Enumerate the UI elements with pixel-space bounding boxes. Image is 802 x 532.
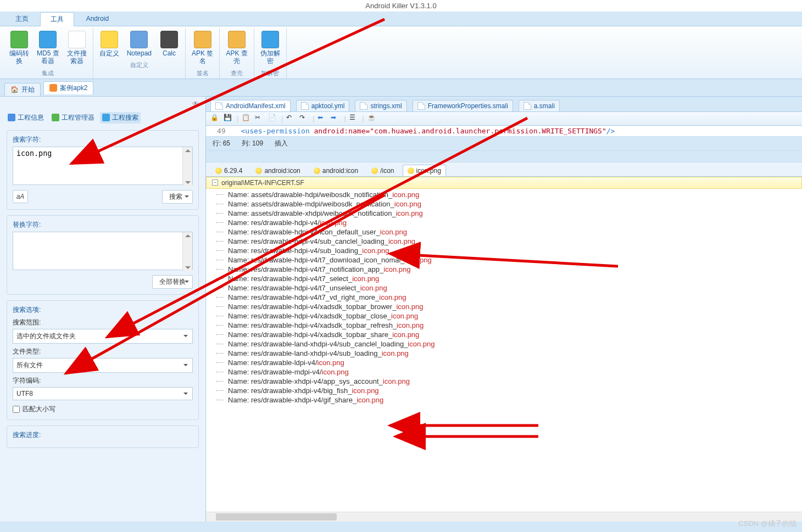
ribbon-button[interactable]: Notepad [124, 29, 155, 59]
home-icon: 🏠 [10, 86, 19, 93]
ribbon-icon [194, 31, 211, 48]
undo-icon[interactable]: ↶ [286, 114, 296, 124]
result-row[interactable]: Name: res/drawable-hdpi-v4/xadsdk_topbar… [206, 330, 802, 339]
result-row[interactable]: Name: res/drawable-xhdpi-v4/big_fish_ico… [206, 386, 802, 395]
list-icon[interactable]: ☰ [349, 114, 359, 124]
result-tab[interactable]: android:icon [250, 165, 305, 176]
result-tab[interactable]: /icon [366, 165, 399, 176]
match-case-input[interactable] [13, 406, 20, 413]
result-row[interactable]: Name: res/drawable-hdpi-v4/t7_notificati… [206, 265, 802, 274]
result-row[interactable]: Name: assets/drawable-mdpi/weibosdk_noti… [206, 199, 802, 209]
ribbon-button[interactable]: APK 查 壳 [222, 29, 250, 68]
horizontal-scrollbar[interactable] [206, 512, 802, 522]
manager-icon [52, 114, 59, 121]
result-row[interactable]: Name: res/drawable-ldpi-v4/icon.png [206, 358, 802, 367]
ribbon: 编码转 换MD5 查 看器文件搜 索器 集成 自定义NotepadCalc 自定… [0, 26, 802, 79]
file-icon [523, 102, 531, 110]
tab-project-manager[interactable]: 工程管理器 [49, 112, 97, 124]
paste-icon[interactable]: 📄 [268, 114, 278, 124]
workspace-tabs: 🏠开始 案例apk2 [0, 79, 802, 97]
result-row[interactable]: Name: res/drawable-hdpi-v4/sub_loading_i… [206, 246, 802, 255]
ribbon-label: APK 查 壳 [226, 49, 247, 65]
redo-icon[interactable]: ↷ [299, 114, 309, 124]
result-highlight: icon.png [352, 387, 378, 395]
result-row[interactable]: Name: assets/drawable-xhdpi/weibosdk_not… [206, 209, 802, 218]
ribbon-button[interactable]: APK 签 名 [188, 29, 216, 68]
ribbon-button[interactable]: 伪加解 密 [257, 29, 283, 68]
file-icon [215, 102, 223, 110]
scroll-thumb[interactable] [216, 513, 337, 520]
file-tab-label: strings.xml [370, 102, 402, 110]
result-row[interactable]: Name: res/drawable-hdpi-v4/t7_unselect_i… [206, 283, 802, 293]
forward-arrow-icon[interactable]: ➡ [331, 114, 341, 124]
copy-icon[interactable]: 📋 [242, 114, 252, 124]
encoding-label: 字符编码: [13, 376, 193, 385]
ribbon-button[interactable]: 编码转 换 [6, 29, 32, 68]
result-row[interactable]: Name: res/drawable-hdpi-v4/xadsdk_topbar… [206, 311, 802, 321]
encoding-select[interactable]: UTF8 [13, 387, 193, 400]
ribbon-button[interactable]: 自定义 [96, 29, 122, 59]
result-header[interactable]: − original\META-INF\CERT.SF [206, 177, 802, 189]
tab-project-info[interactable]: 工程信息 [5, 112, 46, 124]
save-icon[interactable]: 💾 [224, 114, 233, 124]
result-row[interactable]: Name: res/drawable-mdpi-v4/icon.png [206, 367, 802, 377]
search-input[interactable] [13, 147, 193, 185]
scope-select[interactable]: 选中的文件或文件夹 [13, 329, 193, 344]
cut-icon[interactable]: ✂ [255, 114, 265, 124]
ribbon-button[interactable]: Calc [156, 29, 182, 59]
file-tab[interactable]: strings.xml [355, 100, 406, 111]
filetype-select[interactable]: 所有文件 [13, 358, 193, 373]
result-row[interactable]: Name: res/drawable-hdpi-v4/sub_canclel_l… [206, 237, 802, 246]
search-options-label: 搜索选项: [13, 305, 193, 315]
file-icon [360, 102, 367, 110]
file-tab[interactable]: FrameworkProperties.smali [413, 100, 513, 111]
back-arrow-icon[interactable]: ⬅ [318, 114, 327, 124]
lock-icon[interactable]: 🔒 [210, 114, 220, 124]
file-tab-label: apktool.yml [311, 102, 345, 110]
result-row[interactable]: Name: res/drawable-hdpi-v4/t7_download_i… [206, 255, 802, 265]
file-tab[interactable]: AndroidManifest.xml [210, 100, 291, 111]
result-row[interactable]: Name: res/drawable-hdpi-v4/t7_select_ico… [206, 274, 802, 283]
result-row[interactable]: Name: res/drawable-land-xhdpi-v4/sub_loa… [206, 349, 802, 358]
font-case-button[interactable]: aA [13, 190, 28, 203]
replace-input[interactable] [13, 232, 193, 270]
menu-tools[interactable]: 工具 [40, 12, 74, 26]
code-value: "com.huawei.android.launcher.permission.… [370, 127, 606, 135]
file-tab[interactable]: a.smali [519, 100, 560, 111]
menu-home[interactable]: 主页 [5, 12, 38, 25]
result-tab[interactable]: icon.png [403, 165, 446, 176]
scrollbar-icon[interactable] [182, 232, 192, 271]
result-row[interactable]: Name: res/drawable-xhdpi-v4/gif_share_ic… [206, 395, 802, 405]
ribbon-label: APK 签 名 [192, 49, 213, 65]
file-tab-label: a.smali [534, 102, 555, 110]
collapse-icon[interactable]: − [212, 180, 218, 186]
ribbon-button[interactable]: MD5 查 看器 [34, 29, 63, 68]
result-row[interactable]: Name: res/drawable-hdpi-v4/t7_vd_right_m… [206, 293, 802, 302]
result-list[interactable]: Name: assets/drawable-hdpi/weibosdk_noti… [206, 189, 802, 512]
result-row[interactable]: Name: res/drawable-land-xhdpi-v4/sub_can… [206, 339, 802, 349]
result-row[interactable]: Name: res/drawable-hdpi-v4/xadsdk_topbar… [206, 321, 802, 330]
result-header-path: original\META-INF\CERT.SF [221, 179, 304, 187]
result-highlight: icon.png [396, 209, 423, 217]
result-row[interactable]: Name: res/drawable-hdpi-v4/xadsdk_topbar… [206, 302, 802, 311]
result-tab[interactable]: android:icon [309, 165, 363, 176]
result-row[interactable]: Name: assets/drawable-hdpi/weibosdk_noti… [206, 190, 802, 199]
file-tab[interactable]: apktool.yml [296, 100, 350, 111]
tab-start[interactable]: 🏠开始 [4, 83, 41, 96]
tab-project[interactable]: 案例apk2 [43, 81, 93, 94]
ribbon-button[interactable]: 文件搜 索器 [64, 29, 90, 68]
search-button[interactable]: 搜索 [162, 190, 193, 204]
match-case-checkbox[interactable]: 匹配大小写 [13, 405, 193, 414]
result-tab[interactable]: 6.29.4 [210, 165, 247, 176]
scope-label: 搜索范围: [13, 318, 193, 327]
scrollbar-icon[interactable] [182, 147, 192, 186]
replace-all-button[interactable]: 全部替换 [152, 275, 193, 289]
result-row[interactable]: Name: res/drawable-xhdpi-v4/app_sys_acco… [206, 377, 802, 386]
java-icon[interactable]: ☕ [367, 114, 377, 124]
menu-android[interactable]: Android [76, 13, 119, 24]
result-row[interactable]: Name: res/drawable-hdpi-v4/icon_default_… [206, 227, 802, 237]
tab-project-search[interactable]: 工程搜索 [100, 112, 141, 124]
result-row[interactable]: Name: res/drawable-hdpi-v4/icon.png [206, 218, 802, 227]
eye-icon[interactable]: 👁 [192, 100, 199, 108]
ribbon-icon [10, 31, 28, 48]
